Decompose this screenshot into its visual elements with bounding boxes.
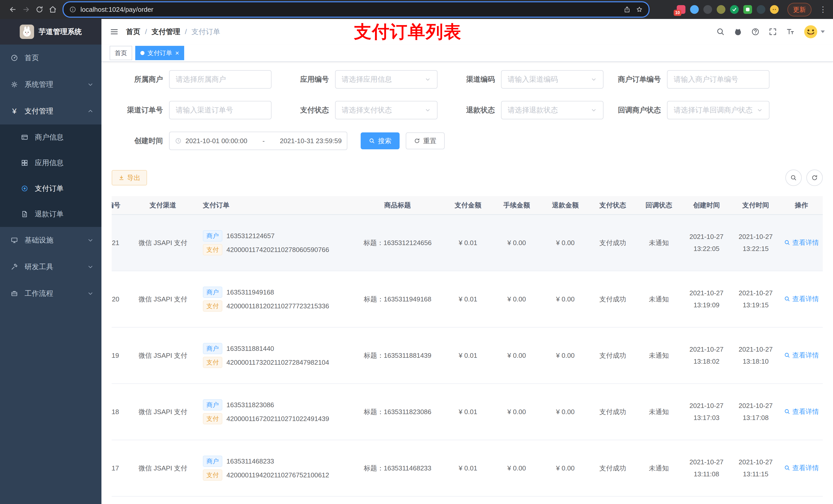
browser-menu-icon[interactable]: ⋮	[819, 6, 827, 13]
sidebar-item-dev-tools[interactable]: 研发工具	[0, 254, 101, 280]
order-id-cell	[112, 496, 128, 504]
olive-extension-icon[interactable]	[717, 5, 725, 14]
breadcrumb-pay-manage[interactable]: 支付管理	[152, 27, 180, 37]
channel-order-no-input[interactable]	[169, 101, 271, 119]
chat-extension-icon[interactable]	[743, 5, 752, 14]
pay-time-cell: 2021-10-27 13:11:15	[731, 440, 780, 496]
refresh-table-button[interactable]	[806, 170, 823, 186]
sidebar-item-label: 支付管理	[25, 106, 53, 116]
gear-icon	[10, 80, 19, 89]
refund-amount-cell	[541, 496, 590, 504]
sidebar-item-payment[interactable]: ¥ 支付管理	[0, 98, 101, 124]
actions-cell: 查看详情	[780, 271, 823, 327]
col-header-notify: 回调状态	[636, 196, 682, 215]
chevron-down-icon	[591, 76, 597, 82]
pink-extension-icon[interactable]: 10	[677, 5, 686, 14]
col-header-create-time: 创建时间	[682, 196, 731, 215]
browser-update-button[interactable]: 更新	[787, 3, 811, 16]
url-text[interactable]: localhost:1024/pay/order	[80, 6, 619, 14]
reset-button[interactable]: 重置	[406, 133, 445, 149]
merchant-order-no-input[interactable]	[667, 70, 769, 89]
dark-extension-icon[interactable]	[704, 5, 712, 14]
breadcrumb-home[interactable]: 首页	[126, 27, 140, 37]
sidebar-item-infra[interactable]: 基础设施	[0, 227, 101, 254]
select-placeholder: 请选择支付状态	[342, 105, 392, 115]
header-search-icon[interactable]	[716, 27, 725, 36]
view-detail-link[interactable]: 查看详情	[784, 294, 819, 304]
view-detail-link[interactable]: 查看详情	[784, 238, 819, 247]
bookmark-star-icon[interactable]	[636, 6, 643, 13]
dashboard-icon	[10, 54, 19, 62]
col-header-id: 编号	[112, 196, 128, 215]
download-icon	[118, 175, 124, 181]
logo-avatar	[20, 25, 34, 39]
sidebar: 芋道管理系统 首页 系统管理 ¥ 支付管理 商户信息	[0, 19, 101, 504]
pay-channel-cell: 微信 JSAPI 支付	[128, 215, 198, 271]
sidebar-item-pay-orders[interactable]: 支付订单	[0, 176, 101, 201]
view-detail-link[interactable]: 查看详情	[784, 351, 819, 360]
tab-pay-orders[interactable]: 支付订单 ×	[135, 46, 184, 60]
channel-code-select[interactable]: 请输入渠道编码	[501, 70, 603, 89]
order-id-cell: 121	[112, 215, 128, 271]
chevron-down-icon	[425, 107, 431, 113]
pay-order-cell: 商户 1635311881440 支付 42000011732021102728…	[198, 327, 352, 384]
sidebar-item-home[interactable]: 首页	[0, 45, 101, 71]
table-row: 商户 1635311457867 支付	[112, 496, 823, 504]
sidebar-item-merchant-info[interactable]: 商户信息	[0, 124, 101, 150]
sidebar-toggle-icon[interactable]	[110, 27, 119, 37]
reset-button-label: 重置	[423, 137, 436, 145]
merchant-filter-input[interactable]	[169, 70, 271, 89]
pay-amount-cell: ¥ 0.01	[444, 215, 492, 271]
merchant-order-no: 1635311823086	[227, 401, 274, 409]
create-time-cell: 2021-10-27 13:17:03	[682, 384, 731, 440]
pay-status-cell: 支付成功	[590, 215, 636, 271]
drop-extension-icon[interactable]	[690, 5, 699, 14]
select-placeholder: 请输入渠道编码	[508, 74, 558, 84]
sidebar-item-workflow[interactable]: 工作流程	[0, 280, 101, 307]
sidebar-item-refund-orders[interactable]: 退款订单	[0, 201, 101, 227]
tab-home[interactable]: 首页	[110, 46, 132, 60]
notify-status-select[interactable]: 请选择订单回调商户状态	[667, 101, 769, 119]
order-id-cell: 120	[112, 271, 128, 327]
view-detail-link[interactable]: 查看详情	[784, 463, 819, 473]
export-button[interactable]: 导出	[112, 170, 147, 186]
toggle-search-button[interactable]	[785, 170, 802, 186]
merchant-order-no: 1635312124657	[227, 232, 275, 240]
create-time-range-picker[interactable]: 2021-10-01 00:00:00 - 2021-10-31 23:59:5…	[169, 131, 347, 150]
fee-amount-cell: ¥ 0.00	[492, 327, 541, 384]
view-detail-label: 查看详情	[792, 294, 819, 304]
magnifier-icon	[784, 239, 790, 246]
fullscreen-icon[interactable]	[768, 27, 777, 36]
browser-back-button[interactable]	[6, 3, 20, 16]
smiley-extension-icon[interactable]	[770, 5, 779, 14]
pay-order-cell: 商户 1635311457867 支付	[198, 496, 352, 504]
green-check-extension-icon[interactable]	[730, 5, 739, 14]
puzzle-extension-icon[interactable]	[757, 5, 765, 14]
browser-home-button[interactable]	[46, 3, 60, 16]
pay-amount-cell: ¥ 0.01	[444, 327, 492, 384]
search-button[interactable]: 搜索	[361, 133, 400, 149]
user-avatar[interactable]	[803, 24, 825, 39]
share-icon[interactable]	[623, 6, 630, 13]
site-info-icon[interactable]	[69, 6, 76, 13]
github-icon[interactable]	[734, 27, 742, 36]
browser-reload-button[interactable]	[33, 3, 46, 16]
view-detail-link[interactable]: 查看详情	[784, 407, 819, 416]
date-end-value: 2021-10-31 23:59:59	[280, 137, 342, 145]
app-title: 芋道管理系统	[39, 27, 82, 37]
tags-view: 首页 支付订单 ×	[101, 45, 833, 62]
product-title-cell: 标题：1635311881439	[352, 327, 444, 384]
sidebar-item-system[interactable]: 系统管理	[0, 71, 101, 98]
address-bar[interactable]: localhost:1024/pay/order	[63, 1, 649, 18]
app-id-select[interactable]: 请选择应用信息	[335, 70, 437, 89]
tab-close-icon[interactable]: ×	[175, 50, 179, 56]
sidebar-item-app-info[interactable]: 应用信息	[0, 150, 101, 176]
font-size-icon[interactable]	[786, 27, 794, 36]
actions-cell: 查看详情	[780, 215, 823, 271]
help-icon[interactable]	[751, 27, 760, 36]
col-header-channel: 支付渠道	[128, 196, 198, 215]
pay-status-select[interactable]: 请选择支付状态	[335, 101, 437, 119]
sidebar-item-label: 商户信息	[35, 133, 64, 142]
app-logo[interactable]: 芋道管理系统	[0, 19, 101, 45]
refund-status-select[interactable]: 请选择退款状态	[501, 101, 603, 119]
